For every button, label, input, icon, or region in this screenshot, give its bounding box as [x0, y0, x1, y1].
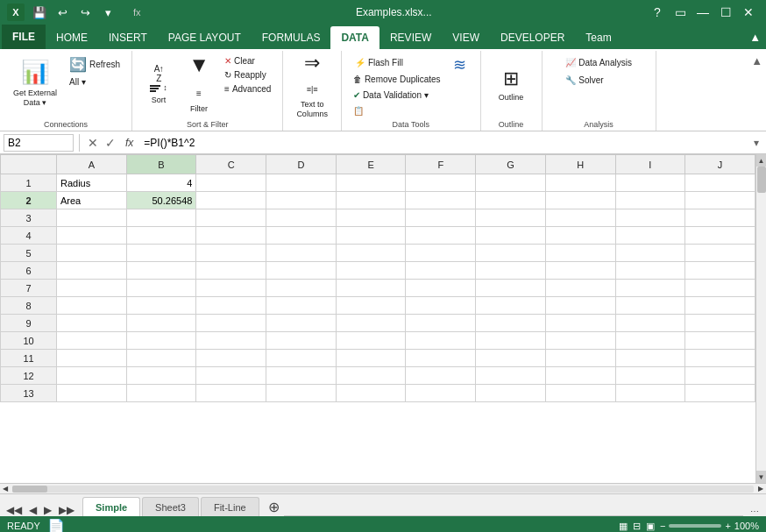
cell-g2[interactable]: [476, 192, 546, 209]
tab-developer[interactable]: DEVELOPER: [490, 26, 575, 49]
cell-e2[interactable]: [336, 192, 406, 209]
zoom-out-button[interactable]: −: [660, 521, 665, 531]
horizontal-scroll-thumb[interactable]: [12, 486, 47, 493]
row-num-6: 6: [1, 262, 57, 280]
cell-j1[interactable]: [685, 174, 755, 192]
add-sheet-button[interactable]: ⊕: [265, 497, 284, 516]
save-quick-icon[interactable]: 💾: [30, 3, 49, 22]
cell-d2[interactable]: [266, 192, 337, 209]
reapply-button[interactable]: ↻ Reapply: [220, 68, 275, 82]
scroll-thumb[interactable]: [757, 167, 766, 193]
cell-c1[interactable]: [196, 174, 266, 192]
advanced-button[interactable]: ≡ Advanced: [220, 82, 275, 96]
get-external-data-button[interactable]: 📊 Get ExternalData ▾: [7, 54, 63, 112]
cell-a3[interactable]: [57, 209, 127, 227]
cell-reference-box[interactable]: [4, 134, 74, 152]
cell-e1[interactable]: [336, 174, 406, 192]
horizontal-scroll-track[interactable]: [12, 486, 754, 493]
tab-data[interactable]: DATA: [330, 26, 379, 49]
close-button[interactable]: ✕: [738, 4, 759, 21]
refresh-button[interactable]: 🔄 Refresh: [65, 54, 124, 74]
clear-button[interactable]: ✕ Clear: [220, 54, 275, 67]
cell-j2[interactable]: [685, 192, 755, 209]
help-button[interactable]: ?: [647, 4, 668, 21]
tab-home[interactable]: HOME: [46, 26, 98, 49]
tab-insert[interactable]: INSERT: [98, 26, 158, 49]
filter-button[interactable]: ▼≡ Filter: [180, 54, 218, 112]
data-validation-button[interactable]: ✔ Data Validation ▾: [349, 88, 445, 103]
flash-fill-button[interactable]: ⚡ Flash Fill: [349, 54, 445, 71]
get-external-data-label: Get ExternalData ▾: [13, 89, 57, 108]
cell-f2[interactable]: [406, 192, 476, 209]
cell-d1[interactable]: [266, 174, 337, 192]
tab-review[interactable]: REVIEW: [379, 26, 442, 49]
status-right: ▦ ⊟ ▣ − + 100%: [619, 521, 759, 532]
undo-quick-icon[interactable]: ↩: [53, 3, 72, 22]
sheet-nav-first[interactable]: ◀◀: [4, 504, 25, 516]
page-break-view-icon[interactable]: ▣: [646, 521, 655, 532]
tab-team[interactable]: Team: [575, 26, 621, 49]
cell-c2[interactable]: [196, 192, 266, 209]
vertical-scrollbar[interactable]: ▲ ▼: [755, 154, 766, 483]
consolidate-button[interactable]: 📋: [349, 103, 445, 118]
horizontal-scrollbar-area[interactable]: ◀ ▶: [0, 483, 766, 493]
sheet-dots-menu[interactable]: ⋯: [750, 507, 759, 516]
remove-duplicates-button[interactable]: 🗑 Remove Duplicates: [349, 72, 445, 87]
maximize-button[interactable]: ☐: [715, 4, 736, 21]
ribbon-collapse-arrow[interactable]: ▲: [748, 51, 766, 71]
sheet-tab-simple[interactable]: Simple: [82, 497, 140, 516]
scroll-right-button[interactable]: ▶: [755, 485, 766, 493]
ribbon-display-button[interactable]: ▭: [670, 4, 691, 21]
text-to-columns-button[interactable]: ⇒≡|≡ Text toColumns: [290, 54, 334, 112]
tab-view[interactable]: VIEW: [442, 26, 490, 49]
what-if-icon-button[interactable]: ≋: [447, 54, 473, 75]
sort-button[interactable]: A↑Z ↕ Sort: [139, 54, 178, 112]
minimize-button[interactable]: —: [692, 4, 713, 21]
sheet-nav-last[interactable]: ▶▶: [56, 504, 77, 516]
cell-a1[interactable]: Radius: [57, 174, 127, 192]
data-tools-group-label: Data Tools: [393, 118, 429, 129]
tab-formulas[interactable]: FORMULAS: [252, 26, 331, 49]
sheet-nav-next[interactable]: ▶: [41, 504, 54, 516]
cell-i2[interactable]: [615, 192, 685, 209]
solver-button[interactable]: 🔧 Solver: [557, 72, 640, 89]
cell-f1[interactable]: [406, 174, 476, 192]
confirm-formula-button[interactable]: ✓: [103, 136, 118, 150]
scroll-left-button[interactable]: ◀: [0, 485, 11, 493]
connections-items: 📊 Get ExternalData ▾ 🔄 Refresh All ▾: [7, 54, 124, 118]
grid-scroll-container[interactable]: A B C D E F G H I J: [0, 154, 755, 483]
ribbon-collapse-button[interactable]: ▲: [749, 31, 766, 44]
cell-a2[interactable]: Area: [57, 192, 127, 209]
scroll-track[interactable]: [756, 167, 766, 471]
cell-i1[interactable]: [615, 174, 685, 192]
sheet-nav-prev[interactable]: ◀: [26, 504, 39, 516]
consolidate-icon: 📋: [353, 106, 364, 116]
page-layout-view-icon[interactable]: ⊟: [633, 521, 641, 532]
analysis-group-label: Analysis: [584, 118, 614, 129]
sheet-tab-sheet3[interactable]: Sheet3: [142, 497, 199, 516]
customize-quick-access-icon[interactable]: ▾: [98, 3, 117, 22]
cancel-formula-button[interactable]: ✕: [85, 136, 101, 150]
cell-b1[interactable]: 4: [126, 174, 196, 192]
zoom-in-button[interactable]: +: [725, 521, 730, 531]
normal-view-icon[interactable]: ▦: [619, 521, 628, 532]
sort-filter-items: A↑Z ↕ Sort ▼≡ Filter: [139, 54, 275, 118]
zoom-slider[interactable]: [669, 524, 721, 528]
cell-b2[interactable]: 50.26548: [126, 192, 196, 209]
formula-bar-dropdown[interactable]: ▾: [750, 137, 762, 149]
tab-page-layout[interactable]: PAGE LAYOUT: [158, 26, 252, 49]
redo-quick-icon[interactable]: ↪: [75, 3, 95, 22]
cell-h2[interactable]: [545, 192, 615, 209]
scroll-down-button[interactable]: ▼: [756, 471, 766, 483]
title-bar: X 💾 ↩ ↪ ▾ fx Examples.xlsx... ? ▭ — ☐ ✕: [0, 0, 766, 25]
formula-bar: ✕ ✓ fx ▾: [0, 131, 766, 154]
formula-input[interactable]: [140, 136, 747, 150]
tab-file[interactable]: FILE: [2, 25, 46, 49]
scroll-up-button[interactable]: ▲: [756, 154, 766, 167]
cell-h1[interactable]: [545, 174, 615, 192]
refresh-all-button[interactable]: All ▾: [65, 75, 124, 89]
outline-button[interactable]: ⊞ Outline: [492, 54, 530, 112]
sheet-tab-fit-line[interactable]: Fit-Line: [201, 497, 259, 516]
data-analysis-button[interactable]: 📈 Data Analysis: [557, 54, 640, 71]
cell-g1[interactable]: [476, 174, 546, 192]
